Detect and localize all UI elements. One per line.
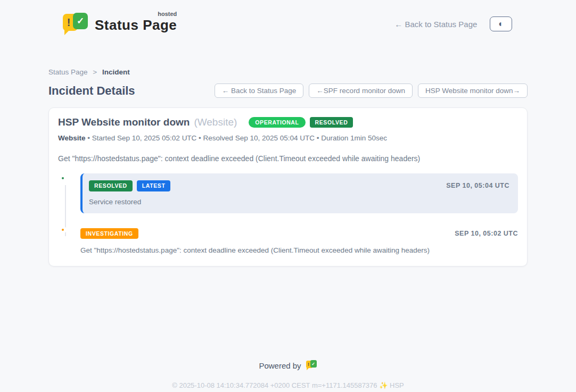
main-content: Status Page > Incident Incident Details … (48, 68, 528, 389)
title-row: Incident Details ← Back to Status Page ←… (48, 84, 528, 98)
status-page-mini-logo-icon[interactable]: ! ✓ (306, 360, 317, 371)
timeline-entry-head: INVESTIGATING SEP 10, 05:02 UTC (80, 228, 518, 239)
copyright-text: © 2025-10-08 14:10:34.772084 +0200 CEST … (48, 381, 528, 389)
breadcrumb: Status Page > Incident (48, 68, 528, 76)
prev-incident-button[interactable]: ←SPF record monitor down (309, 84, 413, 98)
incident-meta-component: Website (58, 134, 86, 142)
investigating-badge: INVESTIGATING (80, 228, 138, 239)
timeline-entry-investigating: INVESTIGATING SEP 10, 05:02 UTC Get "htt… (58, 228, 518, 255)
check-icon: ✓ (77, 15, 84, 27)
timeline-entry-head: RESOLVED LATEST SEP 10, 05:04 UTC (89, 180, 509, 191)
powered-by-label: Powered by (259, 361, 301, 370)
timeline-entry-badges: INVESTIGATING (80, 228, 138, 239)
page-title: Incident Details (48, 84, 135, 98)
operational-status-badge: OPERATIONAL (249, 117, 305, 128)
exclaim-icon: ! (308, 362, 309, 367)
resolved-badge: RESOLVED (89, 180, 133, 191)
incident-description: Get "https://hostedstatus.page": context… (58, 154, 518, 163)
status-page-logo-icon: ! ✓ (63, 12, 88, 36)
back-to-status-page-button[interactable]: ← Back to Status Page (215, 84, 304, 98)
powered-by: Powered by ! ✓ (259, 360, 317, 371)
timeline-entry-message: Service restored (89, 198, 509, 206)
footer: Powered by ! ✓ © 2025-10-08 14:10:34.772… (48, 360, 528, 389)
incident-title: HSP Website monitor down (58, 116, 190, 128)
timeline-entry-badges: RESOLVED LATEST (89, 180, 170, 191)
logo-bubble-tail (64, 29, 70, 35)
incident-card: HSP Website monitor down (Website) OPERA… (48, 107, 528, 266)
brand-name: Status Page (95, 17, 177, 33)
timeline-entry-timestamp: SEP 10, 05:02 UTC (455, 230, 518, 237)
mini-check-bubble: ✓ (310, 360, 317, 368)
next-incident-button[interactable]: HSP Website monitor down→ (418, 84, 528, 98)
logo-check-bubble: ✓ (73, 13, 88, 29)
timeline-entry-message: Get "https://hostedstatus.page": context… (80, 246, 518, 254)
mini-bubble-tail (307, 368, 309, 370)
incident-title-row: HSP Website monitor down (Website) OPERA… (58, 116, 518, 128)
incident-timeline: RESOLVED LATEST SEP 10, 05:04 UTC Servic… (58, 173, 518, 254)
timeline-dot-orange (59, 226, 67, 233)
app-logo: ! ✓ Status Page hosted (63, 12, 177, 36)
breadcrumb-incident: Incident (102, 68, 130, 76)
exclaim-icon: ! (67, 16, 71, 29)
timeline-entry-highlight-box: RESOLVED LATEST SEP 10, 05:04 UTC Servic… (80, 173, 518, 213)
breadcrumb-separator: > (93, 68, 97, 76)
resolved-status-badge: RESOLVED (310, 117, 353, 128)
incident-nav-buttons: ← Back to Status Page ←SPF record monito… (215, 84, 528, 98)
header: ! ✓ Status Page hosted ← Back to Status … (0, 0, 576, 40)
brand-superscript: hosted (158, 11, 177, 17)
header-back-link[interactable]: ← Back to Status Page (394, 20, 477, 29)
incident-meta-times: • Started Sep 10, 2025 05:02 UTC • Resol… (86, 134, 388, 142)
breadcrumb-status-page[interactable]: Status Page (48, 68, 88, 76)
latest-badge: LATEST (137, 180, 171, 191)
half-circle-theme-icon: ◐ (498, 20, 504, 28)
logo-text: Status Page hosted (95, 12, 177, 34)
incident-meta: Website • Started Sep 10, 2025 05:02 UTC… (58, 134, 518, 142)
theme-toggle-button[interactable]: ◐ (490, 16, 512, 31)
incident-component: (Website) (194, 116, 237, 128)
timeline-entry-timestamp: SEP 10, 05:04 UTC (446, 182, 509, 189)
header-actions: ← Back to Status Page ◐ (394, 16, 512, 31)
check-icon: ✓ (311, 362, 315, 366)
timeline-entry-resolved: RESOLVED LATEST SEP 10, 05:04 UTC Servic… (58, 173, 518, 213)
timeline-dot-green (59, 174, 67, 182)
